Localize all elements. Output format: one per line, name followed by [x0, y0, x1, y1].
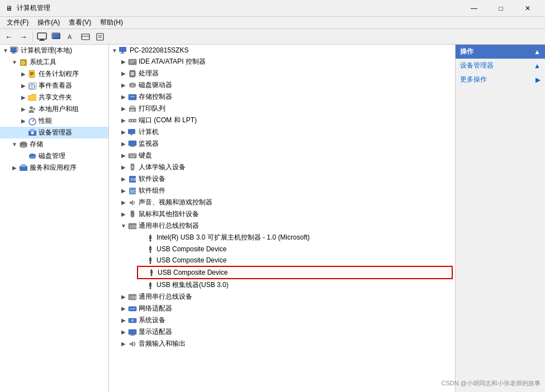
shared-label: 共享文件夹	[39, 93, 72, 102]
section-services[interactable]: ▶ 服务和应用程序	[0, 162, 108, 174]
tree-root[interactable]: ▼ 计算机管理(本地)	[0, 45, 108, 56]
device-software[interactable]: ▶ SW 软件设备	[109, 173, 455, 185]
device-system[interactable]: ▶ 系统设备	[109, 314, 455, 326]
devmgr-toggle	[19, 128, 28, 137]
device-storage-ctrl[interactable]: ▶ 存储控制器	[109, 91, 455, 103]
device-usb-devices[interactable]: ▶ USB 通用串行总线设备	[109, 291, 455, 303]
menu-action[interactable]: 操作(A)	[33, 17, 64, 28]
device-mouse[interactable]: ▶ 鼠标和其他指针设备	[109, 208, 455, 220]
center-panel: ▼ PC-20220815SZKS ▶ IDE ATA/ATAPI 控制	[109, 45, 456, 392]
action-more-label: 更多操作	[460, 75, 487, 84]
toolbar: ← → A	[0, 29, 545, 45]
system-tools-label: 系统工具	[30, 58, 56, 67]
device-print[interactable]: ▶ 打印队列	[109, 103, 455, 114]
device-keyboard[interactable]: ▶ 键盘	[109, 150, 455, 161]
actions-title: 操作	[460, 47, 473, 56]
toolbar-icon4[interactable]	[79, 31, 92, 43]
users-icon	[28, 105, 37, 114]
svg-rect-0	[37, 33, 46, 39]
device-ports[interactable]: ▶ 端口 (COM 和 LPT)	[109, 114, 455, 126]
svg-rect-40	[121, 52, 124, 53]
disk-icon	[28, 152, 37, 161]
svg-rect-1	[40, 39, 44, 40]
toolbar-back[interactable]: ←	[2, 31, 16, 43]
device-usb-ctrl-root[interactable]: ▼ USB 通用串行总线控制器	[109, 220, 455, 232]
menu-file[interactable]: 文件(F)	[2, 17, 33, 28]
svg-rect-41	[120, 53, 125, 54]
device-computer[interactable]: ▶ 计算机	[109, 126, 455, 138]
minimize-button[interactable]: —	[461, 0, 487, 17]
device-hid[interactable]: ▶ 人体学输入设备	[109, 161, 455, 173]
action-more-arrow: ▶	[535, 76, 541, 84]
right-panel: 操作 ▲ 设备管理器 ▲ 更多操作 ▶	[456, 45, 545, 392]
device-usb-hub[interactable]: USB 根集线器(USB 3.0)	[109, 279, 455, 291]
section-storage[interactable]: ▼ 存储	[0, 138, 108, 150]
computer-icon	[10, 46, 19, 55]
device-root[interactable]: ▼ PC-20220815SZKS	[109, 45, 455, 56]
root-toggle: ▼	[1, 46, 10, 55]
action-more[interactable]: 更多操作 ▶	[456, 73, 545, 87]
device-usb-comp-2[interactable]: USB Composite Device	[109, 255, 455, 266]
svg-point-33	[20, 145, 27, 147]
perf-toggle: ▶	[19, 117, 28, 126]
actions-header: 操作 ▲	[456, 45, 545, 59]
svg-rect-76	[135, 155, 136, 155]
device-audio[interactable]: ▶ 声音、视频和游戏控制器	[109, 197, 455, 208]
maximize-button[interactable]: □	[488, 0, 514, 17]
tree-device-manager[interactable]: 设备管理器	[0, 127, 108, 138]
close-button[interactable]: ✕	[515, 0, 541, 17]
disk-toggle	[19, 152, 28, 161]
toolbar-icon5[interactable]	[93, 31, 107, 43]
device-intel-usb[interactable]: Intel(R) USB 3.0 可扩展主机控制器 - 1.0 (Microso…	[109, 232, 455, 243]
device-monitor[interactable]: ▶ 监视器	[109, 138, 455, 150]
tree-event-viewer[interactable]: ▶ i 事件查看器	[0, 80, 108, 92]
svg-point-89	[150, 262, 151, 264]
toolbar-icon3[interactable]: A	[64, 31, 78, 43]
shared-toggle: ▶	[19, 93, 28, 102]
title-bar: 🖥 计算机管理 — □ ✕	[0, 0, 545, 17]
watermark: CSDN @小胡同志和小张老师的故事	[442, 379, 541, 388]
svg-point-65	[132, 120, 133, 121]
perf-icon	[28, 117, 37, 126]
menu-bar: 文件(F) 操作(A) 查看(V) 帮助(H)	[0, 17, 545, 29]
svg-rect-68	[130, 134, 132, 135]
devmgr-label: 设备管理器	[39, 128, 72, 137]
svg-text:⚙: ⚙	[21, 60, 25, 66]
svg-point-25	[33, 107, 36, 110]
svg-rect-69	[129, 141, 136, 146]
svg-text:USB: USB	[130, 295, 137, 299]
svg-rect-8	[97, 34, 103, 40]
device-network[interactable]: ▶ 网络适配器	[109, 303, 455, 314]
task-icon	[28, 70, 37, 79]
tree-disk-mgmt[interactable]: 磁盘管理	[0, 150, 108, 162]
services-label: 服务和应用程序	[30, 163, 77, 173]
device-ide[interactable]: ▶ IDE ATA/ATAPI 控制器	[109, 56, 455, 68]
svg-text:SW: SW	[130, 177, 137, 182]
tree-task-scheduler[interactable]: ▶ 任务计划程序	[0, 68, 108, 80]
toolbar-forward[interactable]: →	[17, 31, 30, 43]
device-disk[interactable]: ▶ 磁盘驱动器	[109, 79, 455, 91]
svg-point-30	[31, 131, 34, 134]
svg-point-88	[150, 251, 151, 253]
svg-point-97	[131, 319, 134, 322]
section-system-tools[interactable]: ▼ ⚙ 系统工具	[0, 56, 108, 68]
tree-performance[interactable]: ▶ 性能	[0, 115, 108, 127]
device-cpu[interactable]: ▶ 处理器	[109, 68, 455, 79]
device-usb-comp-1[interactable]: USB Composite Device	[109, 243, 455, 255]
menu-view[interactable]: 查看(V)	[64, 17, 96, 28]
toolbar-icon2[interactable]	[50, 31, 63, 43]
device-display[interactable]: ▶ 显示适配器	[109, 326, 455, 338]
toolbar-icon1[interactable]	[35, 31, 49, 43]
task-toggle: ▶	[19, 70, 28, 79]
action-device-manager[interactable]: 设备管理器 ▲	[456, 59, 545, 73]
device-sw-component[interactable]: ▶ SC 软件组件	[109, 185, 455, 197]
device-audio-io[interactable]: ▶ 音频输入和输出	[109, 338, 455, 350]
device-usb-comp-3-highlighted[interactable]: USB Composite Device	[137, 266, 453, 279]
task-label: 任务计划程序	[39, 69, 79, 79]
tree-local-users[interactable]: ▶ 本地用户和组	[0, 103, 108, 115]
menu-help[interactable]: 帮助(H)	[96, 17, 127, 28]
svg-rect-78	[131, 166, 134, 169]
svg-rect-71	[130, 146, 135, 147]
services-icon	[19, 164, 28, 173]
tree-shared-folders[interactable]: ▶ 共享文件夹	[0, 92, 108, 103]
